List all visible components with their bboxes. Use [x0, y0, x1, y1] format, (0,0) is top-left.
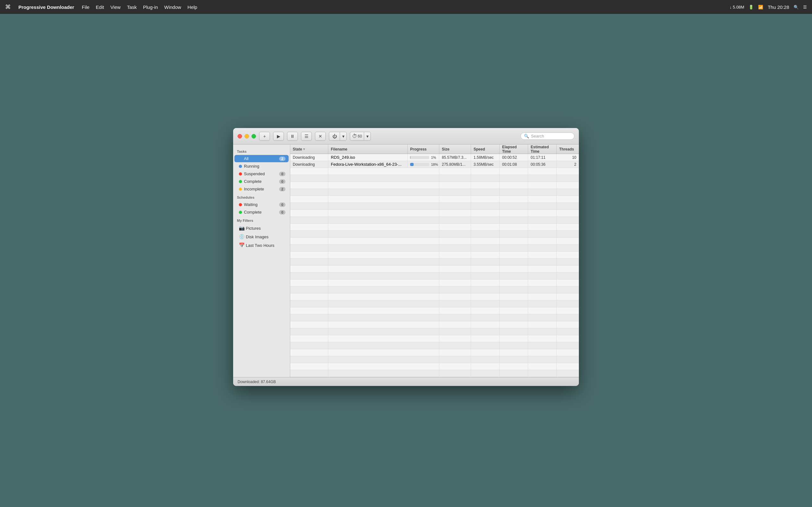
td-speed-empty	[471, 259, 500, 265]
control-strip-icon[interactable]: ☰	[803, 5, 807, 9]
td-threads-empty	[557, 363, 579, 370]
th-filename[interactable]: Filename	[328, 145, 408, 154]
td-progress-empty	[408, 224, 439, 230]
td-size-empty	[439, 314, 471, 321]
all-badge: 2	[279, 157, 286, 161]
minimize-button[interactable]	[245, 134, 249, 138]
th-elapsed-label: Elapsed Time	[502, 145, 525, 154]
table-row-empty	[290, 217, 579, 224]
app-name[interactable]: Progressive Downloader	[18, 4, 74, 10]
td-size-empty	[439, 238, 471, 244]
td-estimated-empty	[528, 356, 557, 363]
td-threads-empty	[557, 321, 579, 328]
menu-task[interactable]: Task	[127, 4, 137, 10]
td-progress-empty	[408, 328, 439, 335]
td-elapsed-empty	[500, 259, 528, 265]
td-size-empty	[439, 328, 471, 335]
td-state-empty	[290, 231, 328, 237]
menu-plugin[interactable]: Plug-in	[143, 4, 158, 10]
td-elapsed: 00:00:52	[500, 154, 528, 161]
td-speed: 1.58MB/sec	[471, 154, 500, 161]
timer-icon: ⏱	[352, 133, 357, 139]
sched-complete-badge: 0	[279, 210, 286, 215]
sidebar-item-running-label: Running	[244, 164, 286, 169]
sidebar-item-pictures-label: Pictures	[246, 226, 286, 231]
td-threads-empty	[557, 349, 579, 356]
all-dot	[239, 157, 242, 160]
timer-dropdown[interactable]: ▾	[364, 132, 371, 141]
th-filename-label: Filename	[331, 147, 347, 152]
td-estimated-empty	[528, 328, 557, 335]
td-threads-empty	[557, 231, 579, 237]
menu-help[interactable]: Help	[188, 4, 197, 10]
table-row-empty	[290, 224, 579, 231]
td-state-empty	[290, 175, 328, 181]
apple-menu[interactable]: ⌘	[5, 3, 11, 10]
td-speed-empty	[471, 245, 500, 251]
th-estimated[interactable]: Estimated Time	[528, 145, 557, 154]
timer-button[interactable]: ⏱ 60	[350, 132, 364, 141]
sidebar-item-running[interactable]: Running	[235, 163, 289, 170]
td-progress-empty	[408, 175, 439, 181]
td-speed-empty	[471, 279, 500, 286]
menu-file[interactable]: File	[82, 4, 90, 10]
pause-button[interactable]: ⏸	[287, 132, 298, 141]
sidebar-item-last-two-hours[interactable]: 📅 Last Two Hours	[235, 241, 289, 249]
td-speed-empty	[471, 300, 500, 307]
sidebar-item-sched-complete[interactable]: Complete 0	[235, 209, 289, 216]
sidebar-item-incomplete[interactable]: Incomplete 2	[235, 185, 289, 193]
search-input[interactable]	[531, 134, 569, 138]
th-elapsed[interactable]: Elapsed Time	[500, 145, 528, 154]
maximize-button[interactable]	[252, 134, 256, 138]
sidebar-item-suspended[interactable]: Suspended 0	[235, 170, 289, 177]
close-task-button[interactable]: ✕	[315, 132, 326, 141]
td-threads-empty	[557, 203, 579, 210]
th-threads[interactable]: Threads	[557, 145, 579, 154]
table-row-empty	[290, 168, 579, 175]
td-estimated-empty	[528, 266, 557, 272]
table-row-empty	[290, 300, 579, 307]
list-button[interactable]: ☰	[301, 132, 312, 141]
power-dropdown[interactable]: ▾	[340, 132, 347, 141]
table-row[interactable]: Downloading Fedora-Live-Workstation-x86_…	[290, 161, 579, 168]
close-button[interactable]	[238, 134, 242, 138]
table-row-empty	[290, 189, 579, 196]
td-threads-empty	[557, 370, 579, 377]
table-row[interactable]: Downloading RDS_249.iso 1% 85.57MB/7.3..…	[290, 154, 579, 161]
td-threads-empty	[557, 286, 579, 293]
td-estimated: 00:05:36	[528, 161, 557, 168]
search-box[interactable]: 🔍	[520, 132, 574, 140]
td-threads-empty	[557, 182, 579, 188]
search-menubar-icon[interactable]: 🔍	[794, 5, 799, 9]
sidebar-item-pictures[interactable]: 📷 Pictures	[235, 224, 289, 232]
td-progress-empty	[408, 307, 439, 314]
table-row-empty	[290, 342, 579, 349]
td-elapsed: 00:01:08	[500, 161, 528, 168]
menu-window[interactable]: Window	[164, 4, 181, 10]
td-threads-empty	[557, 251, 579, 258]
sidebar-item-complete[interactable]: Complete 0	[235, 178, 289, 185]
th-size[interactable]: Size	[439, 145, 471, 154]
sidebar-item-waiting[interactable]: Waiting 0	[235, 201, 289, 208]
menu-edit[interactable]: Edit	[96, 4, 104, 10]
th-speed[interactable]: Speed	[471, 145, 500, 154]
power-button[interactable]: ⏻	[329, 132, 340, 141]
td-progress-empty	[408, 231, 439, 237]
table-row-empty	[290, 245, 579, 251]
td-state: Downloading	[290, 161, 328, 168]
td-estimated-empty	[528, 300, 557, 307]
td-state-empty	[290, 307, 328, 314]
td-elapsed-empty	[500, 314, 528, 321]
sidebar-item-disk-images[interactable]: 💿 Disk Images	[235, 233, 289, 241]
td-elapsed-empty	[500, 307, 528, 314]
play-button[interactable]: ▶	[273, 132, 284, 141]
th-state[interactable]: State ▾	[290, 145, 328, 154]
progress-text: 1%	[431, 156, 436, 159]
td-speed: 3.55MB/sec	[471, 161, 500, 168]
td-elapsed-empty	[500, 224, 528, 230]
table-row-empty	[290, 203, 579, 210]
menu-view[interactable]: View	[110, 4, 120, 10]
th-progress[interactable]: Progress	[408, 145, 439, 154]
add-button[interactable]: +	[259, 132, 270, 141]
sidebar-item-all[interactable]: All 2	[235, 155, 289, 162]
